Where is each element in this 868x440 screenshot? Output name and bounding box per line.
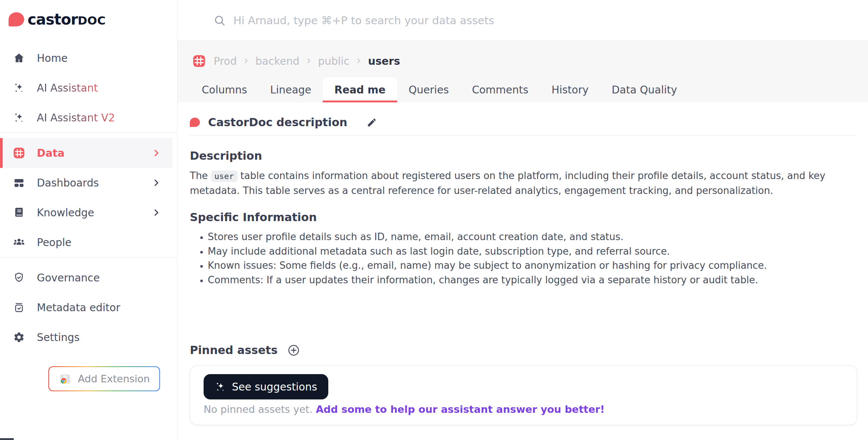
add-pinned-asset-icon[interactable] — [287, 344, 300, 357]
sidebar-item-knowledge[interactable]: Knowledge — [0, 198, 177, 227]
section-divider — [190, 135, 855, 135]
list-item: Stores user profile details such as ID, … — [208, 230, 855, 244]
chevron-right-icon — [151, 148, 161, 158]
castordoc-blob-icon — [190, 118, 200, 127]
tab-label: Lineage — [270, 84, 312, 96]
breadcrumb-separator: › — [244, 55, 248, 67]
sidebar-nav: Home AI Assistant — [0, 43, 177, 391]
chevron-right-icon — [151, 208, 161, 217]
sidebar-item-governance[interactable]: Governance — [0, 263, 177, 293]
sidebar-item-label: Dashboards — [37, 177, 99, 189]
sidebar-item-label: People — [37, 236, 71, 249]
section-title: CastorDoc description — [208, 116, 347, 129]
search-input[interactable] — [233, 14, 643, 27]
see-suggestions-label: See suggestions — [232, 381, 317, 393]
add-pinned-assets-link[interactable]: Add some to help our assistant answer yo… — [316, 404, 604, 415]
list-item: Known issues: Some fields (e.g., email, … — [208, 258, 855, 273]
description-paragraph: The user table contains information abou… — [190, 169, 849, 198]
tab-lineage[interactable]: Lineage — [259, 77, 323, 102]
shield-check-icon — [12, 272, 26, 284]
tab-label: Columns — [202, 84, 247, 96]
pinned-assets-card: See suggestions No pinned assets yet. Ad… — [190, 365, 857, 425]
chevron-right-icon — [151, 178, 161, 188]
breadcrumb-separator: › — [357, 55, 361, 67]
inline-code-user: user — [211, 170, 237, 182]
tab-label: Queries — [409, 84, 449, 96]
tab-data-quality[interactable]: Data Quality — [600, 77, 689, 102]
asset-header-strip: Prod › backend › public › users Columns … — [178, 41, 868, 102]
main-area: Prod › backend › public › users Columns … — [178, 0, 868, 440]
sidebar-item-label: Settings — [37, 331, 80, 344]
sidebar-item-data[interactable]: Data — [0, 138, 172, 168]
sidebar-item-ai-assistant-v2[interactable]: AI Assistant V2 — [0, 103, 177, 133]
logo-part1: castor — [28, 11, 78, 28]
sidebar-item-dashboards[interactable]: Dashboards — [0, 168, 177, 198]
breadcrumb-separator: › — [307, 55, 311, 67]
metadata-editor-icon — [12, 302, 26, 313]
tab-read-me[interactable]: Read me — [323, 77, 397, 102]
chrome-web-store-icon — [58, 372, 72, 386]
tab-history[interactable]: History — [540, 77, 600, 102]
app-window: castorDOC Home AI Assistant — [0, 0, 868, 440]
gear-icon — [12, 331, 26, 343]
tab-label: History — [552, 84, 589, 96]
sidebar-item-label: Governance — [37, 272, 100, 284]
sparkles-icon — [215, 381, 226, 392]
breadcrumb-item-public[interactable]: public — [318, 55, 350, 67]
tab-label: Comments — [472, 84, 529, 96]
top-search-bar — [178, 0, 868, 41]
sidebar-item-home[interactable]: Home — [0, 43, 177, 73]
bottom-corner-artifact — [0, 438, 14, 440]
description-heading: Description — [190, 149, 855, 162]
sparkles-icon — [12, 112, 26, 124]
tab-comments[interactable]: Comments — [460, 77, 540, 102]
edit-pencil-icon[interactable] — [367, 117, 377, 128]
logo-part2: DOC — [78, 14, 106, 27]
sidebar-item-label: Knowledge — [37, 207, 94, 219]
sidebar-item-label: AI Assistant — [37, 82, 98, 94]
breadcrumb-item-users: users — [368, 55, 400, 67]
list-item: Comments: If a user updates their inform… — [208, 273, 855, 287]
see-suggestions-button[interactable]: See suggestions — [204, 374, 328, 399]
table-asset-icon — [192, 54, 207, 68]
sidebar-item-label: Home — [37, 52, 68, 64]
search-icon — [213, 14, 226, 27]
castordoc-blob-icon — [9, 12, 24, 26]
home-icon — [12, 52, 26, 64]
asset-tabs: Columns Lineage Read me Queries Comments… — [178, 77, 868, 102]
readme-content: CastorDoc description Description The us… — [178, 102, 868, 440]
tab-label: Data Quality — [612, 84, 677, 96]
breadcrumb: Prod › backend › public › users — [178, 41, 868, 71]
castordoc-logo[interactable]: castorDOC — [0, 0, 177, 27]
add-extension-button[interactable]: Add Extension — [48, 366, 160, 391]
add-extension-label: Add Extension — [78, 373, 150, 385]
breadcrumb-item-backend[interactable]: backend — [255, 55, 299, 67]
castordoc-description-header: CastorDoc description — [190, 116, 855, 129]
tab-columns[interactable]: Columns — [190, 77, 259, 102]
no-pinned-assets-text: No pinned assets yet. Add some to help o… — [204, 404, 846, 415]
sidebar-item-label: Data — [37, 147, 64, 159]
sidebar-item-ai-assistant[interactable]: AI Assistant — [0, 73, 177, 103]
data-table-icon — [12, 146, 26, 160]
sidebar-item-metadata-editor[interactable]: Metadata editor — [0, 293, 177, 322]
pinned-assets-header: Pinned assets — [190, 344, 855, 357]
sparkles-icon — [12, 82, 26, 94]
tab-label: Read me — [334, 84, 385, 96]
specific-information-list: Stores user profile details such as ID, … — [190, 230, 855, 287]
sidebar-item-people[interactable]: People — [0, 227, 177, 257]
sidebar-item-settings[interactable]: Settings — [0, 322, 177, 352]
description-text: The — [190, 170, 211, 181]
pinned-assets-heading: Pinned assets — [190, 344, 278, 357]
people-icon — [12, 236, 26, 248]
logo-wordmark: castorDOC — [28, 12, 106, 27]
empty-text: No pinned assets yet. — [204, 404, 316, 415]
dashboards-icon — [12, 177, 26, 189]
description-text: table contains information about registe… — [190, 170, 826, 196]
tab-queries[interactable]: Queries — [397, 77, 460, 102]
list-item: May include additional metadata such as … — [208, 244, 855, 259]
specific-information-heading: Specific Information — [190, 211, 855, 224]
breadcrumb-item-prod[interactable]: Prod — [214, 55, 237, 67]
sidebar-item-label: Metadata editor — [37, 302, 120, 314]
sidebar-item-label: AI Assistant V2 — [37, 112, 115, 124]
book-icon — [12, 207, 26, 219]
